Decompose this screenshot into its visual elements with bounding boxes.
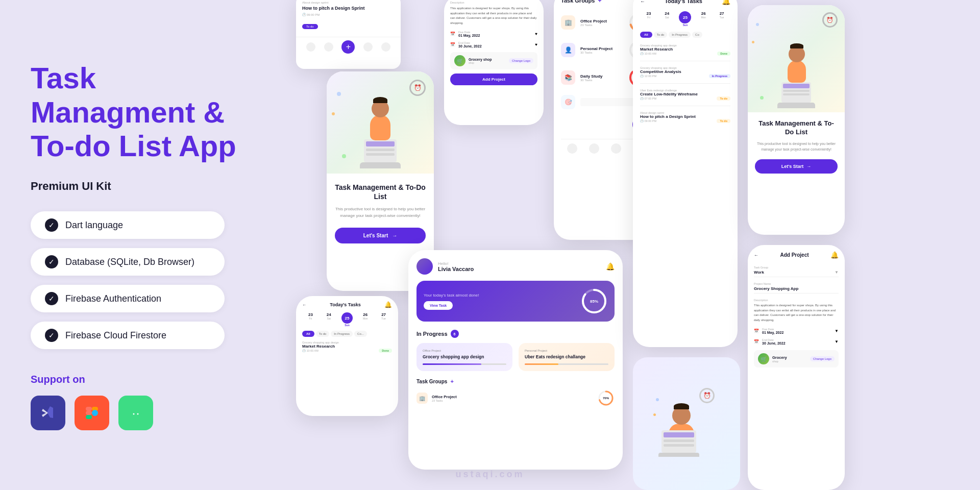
filter-co-large[interactable]: Co <box>692 32 702 38</box>
project-name-field: Project Name Grocery Shopping App <box>754 282 839 293</box>
svg-line-13 <box>139 409 141 411</box>
welcome-right-title: Task Management & To-Do List <box>755 119 838 137</box>
personal-name: Personal Project <box>580 46 623 51</box>
filter-todo-large[interactable]: To do <box>654 32 668 38</box>
status-done: Done <box>379 349 392 353</box>
check-icon-dart: ✓ <box>45 218 58 232</box>
today-large-header: ← Today's Tasks 🔔 <box>640 0 730 5</box>
filter-all-large[interactable]: All <box>640 32 652 38</box>
prog-card-personal: Personal Project Uber Eats redesign chal… <box>519 343 615 371</box>
task1-status: Done <box>717 52 730 56</box>
lets-start-right-btn[interactable]: Let's Start → <box>755 159 838 174</box>
cal-26: 26 Mon <box>357 312 374 327</box>
welcome-right-body: Task Management & To-Do List This produc… <box>748 112 845 181</box>
add-proj-end: 📅 End Date 30 June, 2022 ▼ <box>754 338 839 345</box>
task-competitive: Grocery shopping app design Competitive … <box>640 66 730 78</box>
float-hair <box>674 403 689 409</box>
main-title: Task Managment & To-do List App <box>31 61 250 163</box>
office-icon: 🏢 <box>561 15 575 30</box>
nav-cal2[interactable] <box>589 143 599 154</box>
view-task-btn[interactable]: View Task <box>424 301 453 310</box>
nav-icon-profile <box>381 42 390 52</box>
fab-btn[interactable]: + <box>341 40 355 54</box>
hello-user: Hello! Livia Vaccaro <box>416 258 474 275</box>
heart-icon: ♥ <box>535 32 537 36</box>
check-icon-cloud: ✓ <box>45 329 58 342</box>
filter-all[interactable]: All <box>302 331 314 337</box>
prog-tag-personal: Personal Project <box>525 349 608 352</box>
end-date-field: 📅 End Date 30 June, 2022 ♥ <box>450 41 537 48</box>
task-group-field: Task Group Work ▼ <box>754 266 839 277</box>
figma-icon <box>75 396 109 430</box>
hello-section: Hello! Livia Vaccaro 🔔 <box>416 258 615 275</box>
cal-icon-end2: 📅 <box>754 339 759 344</box>
task-progress-card: Your today's task almost done! View Task… <box>416 281 615 322</box>
watermark: ustaqi.com <box>455 469 524 480</box>
back-btn[interactable]: ← <box>640 0 645 4</box>
phone1-tag: To do <box>302 24 318 29</box>
cal-large-23: 23 Fri <box>640 11 657 27</box>
filters-large: All To do In Progress Co <box>640 32 730 38</box>
prog-name-office: Grocery shopping app design <box>423 354 506 359</box>
divider2 <box>640 83 730 84</box>
feature-firebase-cloud: ✓ Firebase Cloud Firestore <box>31 322 225 349</box>
clock-deco-right: ⏰ <box>822 12 838 28</box>
task4-name: How to pitch a Design Sprint <box>640 114 730 119</box>
in-progress-count: 6 <box>451 330 459 338</box>
filter-progress-large[interactable]: In Progress <box>669 32 691 38</box>
cal-large-25[interactable]: 25 Sun <box>677 11 694 27</box>
add-proj-due: 📅 Due Date 01 May, 2022 ▼ <box>754 328 839 334</box>
nav-icon-home <box>306 42 315 52</box>
dot2 <box>332 112 335 115</box>
add-proj-desc-section: Description This application is designed… <box>754 299 839 323</box>
welcome-body: Task Management & To-Do List This produc… <box>327 174 434 253</box>
task1-name: Market Research <box>640 47 730 52</box>
grocery-name: Grocery shop <box>469 58 492 61</box>
add-proj-grocery: 🛒 Grocery shop Change Logo <box>754 350 839 368</box>
phone-pitch-card: About design sprint How to pitch a Desig… <box>296 0 401 69</box>
heart-due2: ▼ <box>835 329 839 333</box>
phone1-category: About design sprint <box>302 1 395 4</box>
cal-large: 23 Fri 24 Sat 25 Sun 26 Mon <box>640 11 730 27</box>
premium-label: Premium UI Kit <box>31 180 250 193</box>
study-info: Daily Study 30 Tasks <box>580 74 623 82</box>
user-avatar <box>416 258 433 275</box>
progress-circle: 85% <box>581 288 607 314</box>
add-proj-back[interactable]: ← <box>754 253 758 258</box>
cal-large-26: 26 Mon <box>695 11 712 27</box>
heart-icon2: ♥ <box>535 42 537 47</box>
project-name-value: Grocery Shopping App <box>754 286 798 291</box>
illustration-phone: ⏰ <box>633 357 740 490</box>
task-group-label: Task Group <box>754 266 839 269</box>
cal-24: 24 Sat <box>321 312 337 327</box>
phone-welcome-right: ⏰ Task Management & To-Do List This prod… <box>748 5 845 235</box>
add-project-btn[interactable]: Add Project <box>450 74 537 85</box>
task-group-value: Work <box>754 270 764 275</box>
filter-inprogress[interactable]: In Progress <box>331 331 353 337</box>
cal-strip-small: 23 Fri 24 Sat 25 Sun 26 Mon <box>302 312 392 327</box>
office-tasks: 23 Tasks <box>580 23 623 27</box>
left-panel: Task Managment & To-do List App Premium … <box>0 0 281 490</box>
end-val2: 30 June, 2022 <box>762 341 786 345</box>
add-proj-desc-label: Description <box>754 299 839 302</box>
due-date-value: 01 May, 2022 <box>458 34 480 37</box>
clock-decoration: ⏰ <box>409 80 426 96</box>
prog-tag-office: Office Project <box>423 349 506 352</box>
personal-info: Personal Project 30 Tasks <box>580 46 623 54</box>
phones-area: About design sprint How to pitch a Desig… <box>296 0 980 490</box>
nav-home[interactable] <box>567 143 577 154</box>
char-body <box>370 115 390 140</box>
change-logo-right[interactable]: Change Logo <box>810 356 835 361</box>
nav-tasks2[interactable] <box>611 143 621 154</box>
filter-todo[interactable]: To do <box>316 331 330 337</box>
feature-dart-label: Dart language <box>65 220 123 231</box>
welcome-title: Task Management & To-Do List <box>335 183 426 201</box>
cal-25-active[interactable]: 25 Sun <box>339 312 356 327</box>
lets-start-btn[interactable]: Let's Start → <box>335 228 426 243</box>
prog-name-personal: Uber Eats redesign challange <box>525 354 608 359</box>
clock-float: ⏰ <box>699 388 715 403</box>
filter-co[interactable]: Co... <box>354 331 367 337</box>
grocery-icon: 🛒 <box>454 55 465 66</box>
change-logo-btn[interactable]: Change Logo <box>509 58 533 63</box>
task-name-market: Market Research <box>302 344 392 349</box>
